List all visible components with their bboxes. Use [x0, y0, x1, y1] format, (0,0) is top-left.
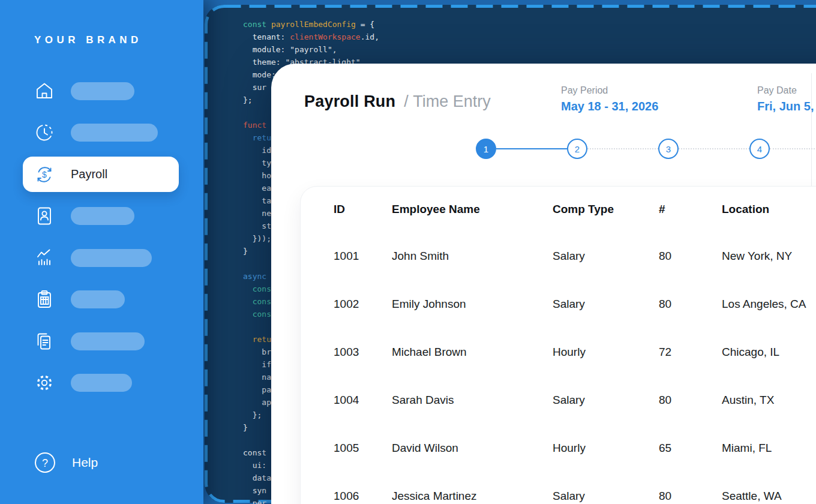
pay-date-value: Fri, Jun 5, — [757, 100, 814, 113]
step-connector — [587, 148, 658, 149]
table-cell: 1001 — [334, 250, 392, 263]
table-cell: John Smith — [392, 250, 553, 263]
table-cell: Salary — [553, 394, 659, 407]
table-cell: 80 — [659, 250, 722, 263]
step-connector — [770, 148, 816, 149]
table-row[interactable]: 1006Jessica MartinezSalary80Seattle, WA — [301, 472, 816, 504]
stepper: 1234 — [476, 139, 816, 159]
table-cell: 1006 — [334, 490, 392, 503]
table-cell: Miami, FL — [722, 442, 816, 455]
sidebar-item-settings[interactable] — [0, 362, 203, 404]
sidebar-item-ledger[interactable] — [0, 279, 203, 321]
page-title: Payroll Run — [304, 92, 395, 111]
sidebar-item-label: Payroll — [71, 167, 107, 181]
help-label: Help — [72, 455, 98, 470]
step-3[interactable]: 3 — [658, 139, 679, 159]
pay-period-block: Pay Period May 18 - 31, 2026 — [561, 85, 658, 113]
column-header: Employee Name — [392, 203, 553, 216]
page-subtitle: Time Entry — [413, 92, 491, 110]
table-cell: Salary — [553, 298, 659, 311]
table-cell: 80 — [659, 490, 722, 503]
table-cell: Emily Johnson — [392, 298, 553, 311]
table-cell: Los Angeles, CA — [722, 298, 816, 311]
payroll-icon: $ — [34, 164, 55, 185]
column-header: Comp Type — [553, 203, 659, 216]
sidebar-item-reports[interactable] — [0, 237, 203, 279]
employees-icon — [34, 206, 55, 226]
step-2[interactable]: 2 — [567, 139, 587, 159]
sidebar: YOUR BRAND $Payroll ? Help — [0, 0, 203, 504]
table-cell: 72 — [659, 346, 722, 359]
table-cell: 1003 — [334, 346, 392, 359]
column-header: Location — [722, 203, 816, 216]
table-cell: Hourly — [553, 346, 659, 359]
table-cell: 1004 — [334, 394, 392, 407]
settings-icon — [34, 373, 55, 393]
sidebar-menu: $Payroll — [0, 70, 203, 404]
table-cell: Michael Brown — [392, 346, 553, 359]
sidebar-item-history[interactable] — [0, 112, 203, 154]
sidebar-item-help[interactable]: ? Help — [0, 451, 238, 474]
table-cell: Salary — [553, 490, 659, 503]
skeleton-pill — [71, 82, 134, 100]
table-cell: Jessica Martinez — [392, 490, 553, 503]
home-icon — [34, 81, 55, 101]
pay-date-block: Pay Date Fri, Jun 5, — [757, 85, 814, 113]
table-cell: Sarah Davis — [392, 394, 553, 407]
skeleton-pill — [71, 207, 134, 225]
skeleton-pill — [71, 374, 132, 392]
table-cell: New York, NY — [722, 250, 816, 263]
column-header: # — [659, 203, 722, 216]
pay-period-value: May 18 - 31, 2026 — [561, 100, 658, 113]
table-cell: Seattle, WA — [722, 490, 816, 503]
table-row[interactable]: 1001John SmithSalary80New York, NY — [301, 232, 816, 280]
code-line: module: "payroll", — [243, 43, 379, 56]
sidebar-item-employees[interactable] — [0, 196, 203, 238]
history-icon — [34, 122, 55, 143]
sidebar-item-documents[interactable] — [0, 320, 203, 362]
table-cell: Austin, TX — [722, 394, 816, 407]
skeleton-pill — [71, 249, 152, 267]
table-cell: Hourly — [553, 442, 659, 455]
code-line: const payrollEmbedConfig = { — [243, 18, 379, 31]
table-cell: 1005 — [334, 442, 392, 455]
breadcrumb: / Time Entry — [404, 92, 491, 111]
column-header: ID — [334, 203, 392, 216]
table-cell: 80 — [659, 298, 722, 311]
table-cell: Salary — [553, 250, 659, 263]
table-cell: 1002 — [334, 298, 392, 311]
table-row[interactable]: 1003Michael BrownHourly72Chicago, IL — [301, 328, 816, 376]
table-row[interactable]: 1002Emily JohnsonSalary80Los Angeles, CA — [301, 280, 816, 328]
ledger-icon — [34, 289, 55, 310]
svg-text:$: $ — [42, 170, 47, 179]
step-connector — [496, 148, 567, 149]
skeleton-pill — [71, 332, 145, 350]
documents-icon — [34, 331, 55, 352]
code-line: tenant: clientWorkspace.id, — [243, 31, 379, 43]
app: const payrollEmbedConfig = { tenant: cli… — [0, 0, 816, 504]
table-cell: 80 — [659, 394, 722, 407]
reports-icon — [34, 248, 55, 268]
svg-text:?: ? — [42, 457, 48, 469]
table-header-row: IDEmployee NameComp Type#Location — [301, 187, 816, 232]
breadcrumb-separator: / — [404, 92, 409, 110]
payroll-modal: Payroll Run / Time Entry Pay Period May … — [271, 64, 816, 504]
skeleton-pill — [71, 290, 125, 308]
step-4[interactable]: 4 — [749, 139, 770, 159]
sidebar-item-payroll[interactable]: $Payroll — [0, 154, 203, 196]
table-row[interactable]: 1005David WilsonHourly65Miami, FL — [301, 424, 816, 472]
table-cell: David Wilson — [392, 442, 553, 455]
brand-title: YOUR BRAND — [34, 34, 142, 46]
table-cell: Chicago, IL — [722, 346, 816, 359]
skeleton-pill — [71, 124, 158, 142]
table-cell: 65 — [659, 442, 722, 455]
table-body: 1001John SmithSalary80New York, NY1002Em… — [301, 232, 816, 504]
pay-date-label: Pay Date — [757, 85, 814, 96]
pay-period-label: Pay Period — [561, 85, 658, 96]
table-row[interactable]: 1004Sarah DavisSalary80Austin, TX — [301, 376, 816, 424]
employee-table-card: IDEmployee NameComp Type#Location 1001Jo… — [300, 186, 816, 504]
step-1[interactable]: 1 — [476, 139, 496, 159]
step-connector — [679, 148, 749, 149]
help-icon: ? — [34, 452, 56, 473]
sidebar-item-home[interactable] — [0, 70, 203, 112]
